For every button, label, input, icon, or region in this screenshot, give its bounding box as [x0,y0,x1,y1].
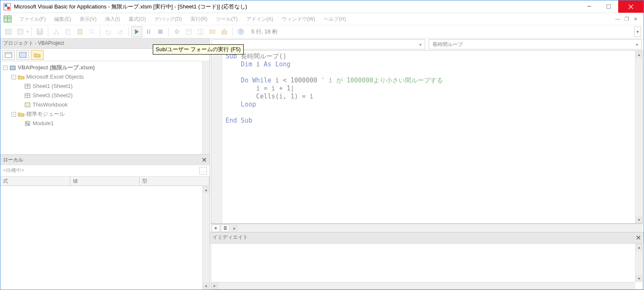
break-button[interactable] [143,26,154,37]
svg-rect-43 [25,103,30,107]
paste-button[interactable] [74,26,85,37]
svg-rect-13 [39,29,41,31]
menu-edit[interactable]: 編集(E) [50,14,75,24]
object-browser-button[interactable] [207,26,218,37]
project-root[interactable]: VBAProject (無限ループ.xlsm) [18,63,95,72]
svg-point-46 [28,124,29,125]
tree-item-sheet1[interactable]: Sheet1 (Sheet1) [33,82,73,91]
collapse-icon[interactable]: − [11,112,16,117]
svg-rect-1 [5,4,7,7]
procedure-view-button[interactable]: ≡ [212,224,220,232]
menu-debug[interactable]: デバッグ(D) [150,14,186,24]
mdi-restore-button[interactable]: ❐ [625,16,629,22]
locals-close-button[interactable]: ✕ [201,156,207,164]
locals-col-val[interactable]: 値 [70,177,140,186]
undo-button[interactable] [103,26,114,37]
toolbar-overflow-button[interactable]: ▾ [634,27,641,37]
toolbar: ▾ ? 5 行, 18 桁 ▾ [0,25,644,38]
view-code-button[interactable] [2,50,15,60]
locals-header: ローカル✕ [0,154,209,165]
immediate-header: イミディエイト✕ [210,232,644,243]
collapse-icon[interactable]: − [11,75,16,79]
project-scrollbar[interactable] [202,61,209,154]
view-object-button[interactable] [17,50,29,60]
code-margin[interactable] [211,51,222,223]
run-button[interactable] [131,26,142,37]
menu-file[interactable]: ファイル(F) [15,14,50,24]
cursor-position: 5 行, 18 桁 [247,28,282,36]
menu-view[interactable]: 表示(V) [75,14,101,24]
help-button[interactable]: ? [235,26,246,37]
project-tree[interactable]: − VBAProject (無限ループ.xlsm) − Microsoft Ex… [0,61,209,130]
locals-columns: 式 値 型 [0,177,209,186]
tree-item-sheet3[interactable]: Sheet3 (Sheet2) [33,91,73,100]
svg-point-21 [89,29,93,33]
code-scrollbar-h[interactable]: ◂▸ [231,224,641,232]
code-text[interactable]: Sub 長時間ループ() Dim i As Long Do While i < … [222,51,635,223]
menu-tools[interactable]: ツール(T) [212,14,242,24]
locals-dropdown-button[interactable]: … [199,167,207,175]
svg-rect-26 [186,29,191,34]
copy-button[interactable] [63,26,74,37]
svg-rect-36 [10,66,15,70]
svg-text:?: ? [239,30,242,34]
menubar: ファイル(F) 編集(E) 表示(V) 挿入(I) 書式(O) デバッグ(D) … [0,13,644,25]
folder-excel-objects[interactable]: Microsoft Excel Objects [26,72,84,82]
design-mode-button[interactable] [171,26,182,37]
close-button[interactable] [618,0,644,13]
properties-button[interactable] [195,26,206,37]
mdi-minimize-button[interactable]: — [615,16,620,22]
menu-addins[interactable]: アドイン(A) [242,14,278,24]
minimize-button[interactable] [579,0,599,13]
procedure-dropdown[interactable]: 長時間ループ▾ [429,39,642,49]
tree-item-module1[interactable]: Module1 [33,119,54,128]
code-scrollbar-v[interactable]: ▴▾ [635,51,642,223]
run-tooltip: Sub/ユーザー フォームの実行 (F5) [153,44,244,55]
immediate-close-button[interactable]: ✕ [636,234,641,242]
locals-waiting-text: <待機中> [3,167,24,175]
code-editor[interactable]: Sub 長時間ループ() Dim i As Long Do While i < … [211,50,643,224]
full-module-view-button[interactable]: ☰ [221,224,229,232]
svg-rect-11 [18,29,23,34]
locals-body: ▴▾ [0,186,209,290]
app-icon [3,3,11,11]
menu-window[interactable]: ウィンドウ(W) [278,14,319,24]
locals-col-type[interactable]: 型 [140,177,209,186]
svg-rect-20 [78,29,82,34]
redo-button[interactable] [115,26,126,37]
svg-rect-44 [25,121,30,126]
svg-rect-35 [19,52,26,57]
immediate-scrollbar-h[interactable]: ◂▸ [211,282,635,289]
maximize-button[interactable] [599,0,618,13]
toolbox-button[interactable] [219,26,230,37]
view-excel-button[interactable] [3,26,14,37]
locals-scrollbar[interactable]: ▴▾ [202,186,209,290]
menu-help[interactable]: ヘルプ(H) [319,14,350,24]
menu-format[interactable]: 書式(O) [124,14,150,24]
titlebar: Microsoft Visual Basic for Applications … [0,0,644,13]
immediate-window[interactable]: ▴▾ ◂▸ [211,243,643,290]
folder-modules[interactable]: 標準モジュール [26,109,65,119]
project-explorer-button[interactable] [183,26,194,37]
svg-point-45 [26,123,28,124]
window-title: Microsoft Visual Basic for Applications … [14,3,579,11]
svg-line-22 [92,32,94,34]
svg-rect-33 [5,52,12,57]
toggle-folders-button[interactable] [31,50,44,60]
cut-button[interactable] [51,26,62,37]
locals-col-expr[interactable]: 式 [0,177,70,186]
mdi-close-button[interactable]: ✕ [633,16,638,22]
insert-module-button[interactable] [15,26,26,37]
collapse-icon[interactable]: − [3,66,8,70]
reset-button[interactable] [155,26,166,37]
svg-rect-25 [158,30,162,34]
excel-icon[interactable] [3,14,12,24]
svg-rect-4 [607,5,611,8]
tree-item-thisworkbook[interactable]: ThisWorkbook [33,100,68,109]
svg-rect-10 [6,29,11,34]
menu-run[interactable]: 実行(R) [186,14,212,24]
save-button[interactable] [34,26,45,37]
immediate-scrollbar-v[interactable]: ▴▾ [635,243,642,282]
menu-insert[interactable]: 挿入(I) [101,14,124,24]
find-button[interactable] [86,26,97,37]
